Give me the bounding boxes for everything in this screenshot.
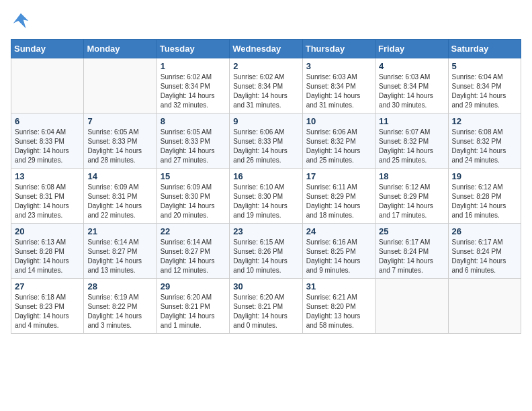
day-number: 8 <box>161 116 226 126</box>
calendar-cell: 3Sunrise: 6:03 AMSunset: 8:34 PMDaylight… <box>302 58 375 113</box>
cell-content: Sunrise: 6:05 AMSunset: 8:33 PMDaylight:… <box>87 128 152 165</box>
calendar-cell: 9Sunrise: 6:06 AMSunset: 8:33 PMDaylight… <box>230 113 302 169</box>
day-number: 17 <box>306 171 371 181</box>
cell-content: Sunrise: 6:20 AMSunset: 8:21 PMDaylight:… <box>233 293 298 330</box>
cell-content: Sunrise: 6:04 AMSunset: 8:33 PMDaylight:… <box>15 128 80 165</box>
day-number: 21 <box>87 226 152 236</box>
calendar-header-friday: Friday <box>375 40 448 58</box>
calendar-week-4: 20Sunrise: 6:13 AMSunset: 8:28 PMDayligh… <box>11 224 521 279</box>
logo <box>11 11 34 31</box>
day-number: 5 <box>452 61 517 71</box>
calendar-cell: 26Sunrise: 6:17 AMSunset: 8:24 PMDayligh… <box>448 224 521 279</box>
calendar-cell: 21Sunrise: 6:14 AMSunset: 8:27 PMDayligh… <box>84 224 157 279</box>
day-number: 13 <box>15 171 80 181</box>
calendar-week-1: 1Sunrise: 6:02 AMSunset: 8:34 PMDaylight… <box>11 58 521 113</box>
calendar-cell: 4Sunrise: 6:03 AMSunset: 8:34 PMDaylight… <box>375 58 448 113</box>
cell-content: Sunrise: 6:06 AMSunset: 8:32 PMDaylight:… <box>306 128 371 165</box>
calendar-cell: 11Sunrise: 6:07 AMSunset: 8:32 PMDayligh… <box>375 113 448 169</box>
day-number: 14 <box>87 171 152 181</box>
page-header <box>11 11 521 31</box>
cell-content: Sunrise: 6:04 AMSunset: 8:34 PMDaylight:… <box>452 73 517 110</box>
calendar-header-saturday: Saturday <box>448 40 521 58</box>
cell-content: Sunrise: 6:09 AMSunset: 8:30 PMDaylight:… <box>161 183 226 220</box>
cell-content: Sunrise: 6:12 AMSunset: 8:29 PMDaylight:… <box>379 183 444 220</box>
day-number: 12 <box>452 116 517 126</box>
cell-content: Sunrise: 6:07 AMSunset: 8:32 PMDaylight:… <box>379 128 444 165</box>
cell-content: Sunrise: 6:03 AMSunset: 8:34 PMDaylight:… <box>379 73 444 110</box>
cell-content: Sunrise: 6:03 AMSunset: 8:34 PMDaylight:… <box>306 73 371 110</box>
calendar-cell: 18Sunrise: 6:12 AMSunset: 8:29 PMDayligh… <box>375 169 448 224</box>
cell-content: Sunrise: 6:11 AMSunset: 8:29 PMDaylight:… <box>306 183 371 220</box>
day-number: 25 <box>379 226 444 236</box>
cell-content: Sunrise: 6:19 AMSunset: 8:22 PMDaylight:… <box>87 293 152 330</box>
day-number: 24 <box>306 226 371 236</box>
day-number: 27 <box>15 281 80 291</box>
calendar-cell: 30Sunrise: 6:20 AMSunset: 8:21 PMDayligh… <box>230 279 302 334</box>
day-number: 16 <box>233 171 298 181</box>
calendar-cell: 25Sunrise: 6:17 AMSunset: 8:24 PMDayligh… <box>375 224 448 279</box>
cell-content: Sunrise: 6:08 AMSunset: 8:32 PMDaylight:… <box>452 128 517 165</box>
calendar-cell: 29Sunrise: 6:20 AMSunset: 8:21 PMDayligh… <box>157 279 229 334</box>
calendar-table: SundayMondayTuesdayWednesdayThursdayFrid… <box>11 39 521 334</box>
calendar-cell: 31Sunrise: 6:21 AMSunset: 8:20 PMDayligh… <box>302 279 375 334</box>
day-number: 2 <box>233 61 298 71</box>
calendar-header-thursday: Thursday <box>302 40 375 58</box>
cell-content: Sunrise: 6:13 AMSunset: 8:28 PMDaylight:… <box>15 238 80 275</box>
cell-content: Sunrise: 6:20 AMSunset: 8:21 PMDaylight:… <box>161 293 226 330</box>
day-number: 4 <box>379 61 444 71</box>
day-number: 7 <box>87 116 152 126</box>
cell-content: Sunrise: 6:14 AMSunset: 8:27 PMDaylight:… <box>161 238 226 275</box>
calendar-cell: 1Sunrise: 6:02 AMSunset: 8:34 PMDaylight… <box>157 58 229 113</box>
cell-content: Sunrise: 6:02 AMSunset: 8:34 PMDaylight:… <box>233 73 298 110</box>
day-number: 3 <box>306 61 371 71</box>
day-number: 15 <box>161 171 226 181</box>
day-number: 31 <box>306 281 371 291</box>
calendar-header-row: SundayMondayTuesdayWednesdayThursdayFrid… <box>11 40 521 58</box>
calendar-cell <box>448 279 521 334</box>
calendar-header-monday: Monday <box>84 40 157 58</box>
calendar-cell: 17Sunrise: 6:11 AMSunset: 8:29 PMDayligh… <box>302 169 375 224</box>
calendar-week-2: 6Sunrise: 6:04 AMSunset: 8:33 PMDaylight… <box>11 113 521 169</box>
day-number: 28 <box>87 281 152 291</box>
calendar-cell: 12Sunrise: 6:08 AMSunset: 8:32 PMDayligh… <box>448 113 521 169</box>
cell-content: Sunrise: 6:18 AMSunset: 8:23 PMDaylight:… <box>15 293 80 330</box>
calendar-cell <box>84 58 157 113</box>
cell-content: Sunrise: 6:05 AMSunset: 8:33 PMDaylight:… <box>161 128 226 165</box>
cell-content: Sunrise: 6:09 AMSunset: 8:31 PMDaylight:… <box>87 183 152 220</box>
cell-content: Sunrise: 6:12 AMSunset: 8:28 PMDaylight:… <box>452 183 517 220</box>
calendar-cell <box>375 279 448 334</box>
day-number: 1 <box>161 61 226 71</box>
cell-content: Sunrise: 6:16 AMSunset: 8:25 PMDaylight:… <box>306 238 371 275</box>
calendar-cell: 7Sunrise: 6:05 AMSunset: 8:33 PMDaylight… <box>84 113 157 169</box>
day-number: 10 <box>306 116 371 126</box>
calendar-cell: 8Sunrise: 6:05 AMSunset: 8:33 PMDaylight… <box>157 113 229 169</box>
calendar-cell <box>11 58 84 113</box>
calendar-cell: 27Sunrise: 6:18 AMSunset: 8:23 PMDayligh… <box>11 279 84 334</box>
calendar-cell: 5Sunrise: 6:04 AMSunset: 8:34 PMDaylight… <box>448 58 521 113</box>
calendar-cell: 19Sunrise: 6:12 AMSunset: 8:28 PMDayligh… <box>448 169 521 224</box>
day-number: 23 <box>233 226 298 236</box>
cell-content: Sunrise: 6:17 AMSunset: 8:24 PMDaylight:… <box>452 238 517 275</box>
calendar-cell: 22Sunrise: 6:14 AMSunset: 8:27 PMDayligh… <box>157 224 229 279</box>
day-number: 20 <box>15 226 80 236</box>
calendar-cell: 24Sunrise: 6:16 AMSunset: 8:25 PMDayligh… <box>302 224 375 279</box>
day-number: 6 <box>15 116 80 126</box>
day-number: 19 <box>452 171 517 181</box>
logo-icon <box>11 11 31 31</box>
calendar-header-sunday: Sunday <box>11 40 84 58</box>
cell-content: Sunrise: 6:21 AMSunset: 8:20 PMDaylight:… <box>306 293 371 330</box>
cell-content: Sunrise: 6:06 AMSunset: 8:33 PMDaylight:… <box>233 128 298 165</box>
day-number: 26 <box>452 226 517 236</box>
cell-content: Sunrise: 6:08 AMSunset: 8:31 PMDaylight:… <box>15 183 80 220</box>
cell-content: Sunrise: 6:15 AMSunset: 8:26 PMDaylight:… <box>233 238 298 275</box>
calendar-week-5: 27Sunrise: 6:18 AMSunset: 8:23 PMDayligh… <box>11 279 521 334</box>
calendar-cell: 13Sunrise: 6:08 AMSunset: 8:31 PMDayligh… <box>11 169 84 224</box>
calendar-cell: 6Sunrise: 6:04 AMSunset: 8:33 PMDaylight… <box>11 113 84 169</box>
calendar-cell: 16Sunrise: 6:10 AMSunset: 8:30 PMDayligh… <box>230 169 302 224</box>
calendar-header-tuesday: Tuesday <box>157 40 229 58</box>
cell-content: Sunrise: 6:17 AMSunset: 8:24 PMDaylight:… <box>379 238 444 275</box>
day-number: 9 <box>233 116 298 126</box>
day-number: 11 <box>379 116 444 126</box>
day-number: 18 <box>379 171 444 181</box>
cell-content: Sunrise: 6:02 AMSunset: 8:34 PMDaylight:… <box>161 73 226 110</box>
